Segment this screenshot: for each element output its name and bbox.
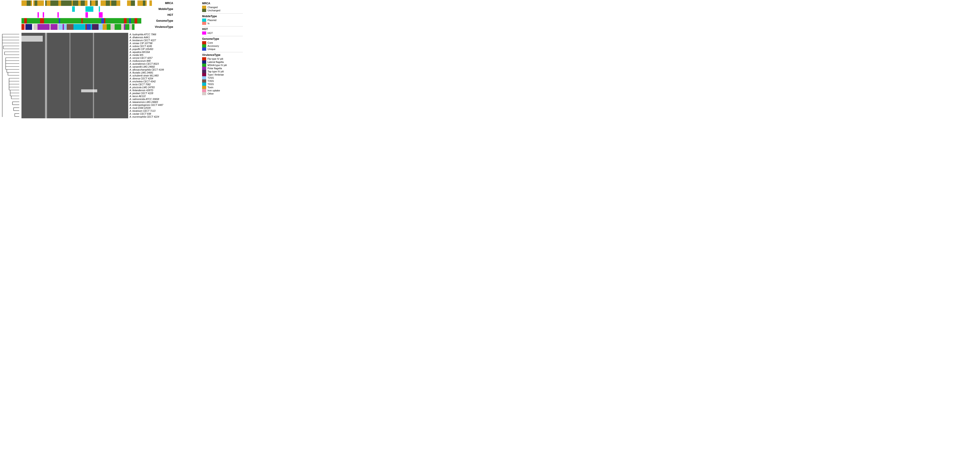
species-18: A. piscicola LMG 24783 [129,86,174,89]
polar-flagella-label: Polar flagella [208,67,222,70]
t6ss-swatch [202,83,206,86]
main-container: MRCA MobileType [0,0,245,118]
species-9: A. molluscorum 848 [129,59,174,62]
virulencetype-legend-title: VirulenceType [202,53,243,57]
species-28: A. eucrenophila CECT 4224 [129,115,174,118]
hgt-bar-track [21,12,154,18]
mrca-legend-group: MRCA Changed Unchanged [202,2,243,12]
unique-swatch [202,48,206,51]
mobiletype-legend-group: MobileType Plasmid Is [202,15,243,25]
species-25: A. rivuli DSM 22539 [129,107,174,109]
species-0: A. hydrophila ATCC 7966 [129,33,174,36]
mobiletype-legend-title: MobileType [202,15,243,18]
species-12: A. allosaccharophila CECT 4199 [129,68,174,71]
other-swatch [202,92,206,95]
virulencetype-label: VirulenceType [155,24,173,30]
accessory-label: Accessory [208,45,219,47]
species-7: A. media WS [129,54,174,56]
species-2: A. bestiarum CECT 4227 [129,39,174,41]
plasmid-label: Plasmid [208,19,216,21]
species-22: A. salmonicida ATCC 33658 [129,98,174,100]
flp-label: Flp type IV pili [208,57,223,60]
tap-item: Tap type IV pili [202,70,243,73]
hgt-label: HGT [208,32,213,34]
flp-swatch [202,57,206,61]
viz-area: MRCA MobileType [0,0,200,118]
t3ss-swatch [202,80,206,83]
species-20: A. jandaei CECT 4228 [129,92,174,94]
msha-label: MSHA type IV pili [208,64,227,67]
virulencetype-legend-group: VirulenceType Flp type IV pili Lateral f… [202,53,243,95]
mobiletype-is-item: Is [202,22,243,25]
species-16: A. encheleia CECT 4342 [129,80,174,83]
tap-label: Tap type IV pili [208,70,224,73]
species-24: A. enteropelogenes CECT 4487 [129,104,174,106]
genometype-legend-title: GenomeType [202,37,243,40]
hgt-swatch [202,32,206,35]
polar-flagella-item: Polar flagella [202,67,243,70]
species-27: A. caviae CECT 838 [129,112,174,115]
species-15: A. diversa CECT 4254 [129,77,174,80]
mobiletype-bar-track [21,6,154,12]
species-26: A. bivalvium CECT 7113 [129,110,174,112]
core-label: Core [208,41,213,44]
type1-swatch [202,73,206,76]
species-3: A. simiae CIP 107798 [129,42,174,45]
msha-swatch [202,64,206,67]
species-21: A. lacus AE122 [129,95,174,97]
species-10: A. australiensis CECT 8023 [129,62,174,65]
polar-flagella-swatch [202,67,206,70]
virulencetype-bar-track [21,24,154,30]
iron-item: Iron uptake [202,89,243,92]
type1-item: Type I fimbriae [202,73,243,76]
unique-item: Unique [202,48,243,51]
mrca-unchanged-item: Unchanged [202,9,243,12]
toxin-swatch [202,86,206,89]
hgt-item: HGT [202,32,243,35]
flp-item: Flp type IV pili [202,57,243,61]
genometype-label: GenomeType [156,18,173,24]
mrca-changed-swatch [202,6,206,9]
iron-label: Iron uptake [208,89,220,92]
t3ss-label: T3SS [208,80,214,82]
species-23: A. taiwanensis LMG 24683 [129,101,174,104]
t2ss-item: T2SS [202,76,243,80]
genometype-bar-track [21,18,154,24]
species-labels-container: A. hydrophila ATCC 7966 A. dhakensis AAK… [129,33,174,118]
species-14: A. schubertii strain WL1483 [129,74,174,77]
annotation-area: MRCA MobileType [0,0,200,33]
mrca-unchanged-swatch [202,9,206,12]
t6ss-item: T6SS [202,83,243,86]
species-5: A. popoffii CIP 105493 [129,48,174,51]
species-11: A. sanarellii LMG 24682 [129,65,174,68]
species-19: A. finlandiensis 4287D [129,89,174,92]
lateral-flagella-swatch [202,61,206,64]
t3ss-item: T3SS [202,80,243,83]
species-13: A. fluvialis LMG 24681 [129,71,174,74]
other-item: Other [202,92,243,95]
mrca-changed-label: Changed [208,6,218,9]
lateral-flagella-label: Lateral flagella [208,61,224,63]
core-swatch [202,41,206,45]
plasmid-swatch [202,19,206,22]
core-item: Core [202,41,243,45]
genometype-legend-group: GenomeType Core Accessory Unique [202,37,243,51]
accessory-item: Accessory [202,45,243,48]
lateral-flagella-item: Lateral flagella [202,61,243,64]
legend-panel: MRCA Changed Unchanged MobileType Plasmi… [200,0,245,118]
t2ss-swatch [202,76,206,80]
mrca-changed-item: Changed [202,6,243,9]
heatmap [21,33,128,118]
species-8: A. veronii CECT 4257 [129,57,174,59]
hgt-legend-title: HGT [202,28,243,31]
mobiletype-plasmid-item: Plasmid [202,19,243,22]
mobiletype-label: MobileType [159,6,173,12]
species-17: A. tecta CECT 7082 [129,83,174,86]
is-swatch [202,22,206,25]
tap-swatch [202,70,206,73]
species-1: A. dhakensis AAK1 [129,36,174,39]
is-label: Is [208,22,210,25]
accessory-swatch [202,45,206,48]
type1-label: Type I fimbriae [208,73,224,76]
other-label: Other [208,92,214,95]
